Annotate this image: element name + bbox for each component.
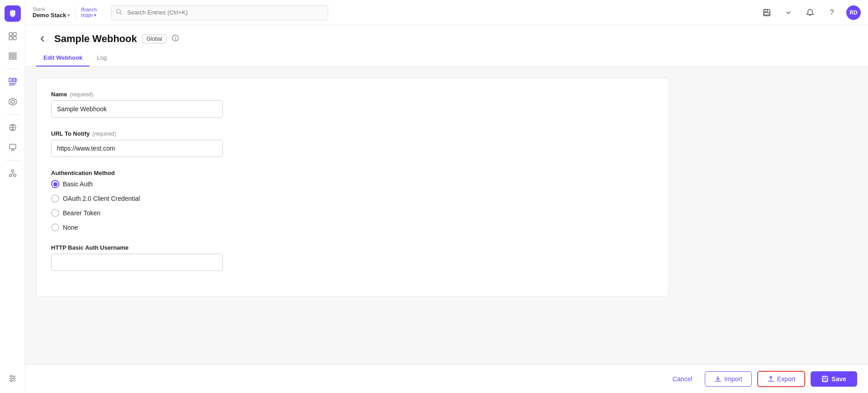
save-icon-btn[interactable] <box>760 5 774 20</box>
http-auth-username-label: HTTP Basic Auth Username <box>51 244 654 251</box>
svg-marker-15 <box>9 98 16 105</box>
svg-rect-46 <box>824 376 826 378</box>
page-header: Sample Webhook Global Edit Webhook Log <box>25 25 868 67</box>
name-required-text: (required) <box>70 91 93 98</box>
svg-rect-0 <box>9 33 12 36</box>
stack-branch-info: Stack Demo Stack ▾ <box>33 6 70 19</box>
sidebar-item-content-types[interactable] <box>4 47 22 65</box>
global-badge: Global <box>142 34 166 43</box>
http-auth-username-group: HTTP Basic Auth Username <box>51 244 654 271</box>
stack-label-row: Stack <box>33 6 70 12</box>
radio-none[interactable]: None <box>51 223 654 232</box>
tab-edit-webhook[interactable]: Edit Webhook <box>36 51 90 66</box>
radio-basic-auth[interactable]: Basic Auth <box>51 180 654 188</box>
form-card: Name (required) URL To Notify (required) <box>36 78 669 297</box>
sidebar-divider-3 <box>6 160 19 161</box>
sidebar-item-entries[interactable] <box>4 73 22 91</box>
svg-point-33 <box>13 378 15 379</box>
search-input[interactable] <box>111 5 328 20</box>
save-label: Save <box>831 375 846 383</box>
svg-point-32 <box>10 375 12 377</box>
app-logo[interactable] <box>5 5 21 22</box>
svg-rect-20 <box>9 144 16 149</box>
auth-label-text: Authentication Method <box>51 170 115 176</box>
radio-circle-none <box>51 223 59 232</box>
svg-rect-5 <box>9 56 16 57</box>
sidebar-item-releases[interactable] <box>4 118 22 137</box>
branch-name: main <box>81 12 93 19</box>
tab-log[interactable]: Log <box>90 51 114 66</box>
sidebar-item-settings[interactable] <box>4 369 22 388</box>
notification-icon[interactable] <box>803 5 817 20</box>
auth-label: Authentication Method <box>51 170 654 176</box>
branch-label-row: Branch <box>81 7 97 12</box>
svg-rect-4 <box>9 53 16 54</box>
svg-point-24 <box>9 175 11 177</box>
name-label: Name (required) <box>51 91 654 98</box>
svg-point-42 <box>175 36 175 37</box>
radio-label-bearer: Bearer Token <box>63 209 100 217</box>
dropdown-arrow-btn[interactable] <box>781 5 796 20</box>
info-icon[interactable] <box>172 34 179 43</box>
svg-rect-3 <box>13 37 16 40</box>
sidebar-item-webhooks[interactable] <box>4 138 22 156</box>
radio-bearer[interactable]: Bearer Token <box>51 209 654 217</box>
import-label: Import <box>724 375 742 383</box>
url-required-text: (required) <box>92 131 116 137</box>
svg-marker-16 <box>11 100 14 104</box>
url-input[interactable] <box>51 140 223 157</box>
radio-label-basic: Basic Auth <box>63 180 93 188</box>
url-form-group: URL To Notify (required) <box>51 130 654 157</box>
main-area: Stack Demo Stack ▾ Branch main ▾ <box>25 0 868 393</box>
import-button[interactable]: Import <box>705 371 752 387</box>
radio-label-oauth: OAuth 2.0 Client Credential <box>63 195 140 202</box>
branch-info: Branch main ▾ <box>81 7 97 19</box>
help-icon[interactable]: ? <box>825 5 839 20</box>
name-form-group: Name (required) <box>51 91 654 118</box>
cancel-button[interactable]: Cancel <box>665 372 700 386</box>
branch-chevron-icon: ▾ <box>94 13 96 18</box>
name-label-text: Name <box>51 91 67 98</box>
branch-name-row[interactable]: main ▾ <box>81 12 97 19</box>
radio-circle-bearer <box>51 209 59 217</box>
svg-rect-6 <box>9 58 16 59</box>
stack-chevron-icon: ▾ <box>67 13 70 18</box>
content-area: Sample Webhook Global Edit Webhook Log <box>25 25 868 393</box>
stack-name-row[interactable]: Demo Stack ▾ <box>33 12 70 19</box>
http-auth-username-input[interactable] <box>51 254 223 271</box>
sidebar-divider-2 <box>6 114 19 115</box>
url-label: URL To Notify (required) <box>51 130 654 137</box>
svg-line-28 <box>13 174 15 175</box>
search-icon <box>116 9 122 17</box>
svg-rect-2 <box>9 37 12 40</box>
sidebar-item-automation[interactable] <box>4 164 22 182</box>
name-input[interactable] <box>51 100 223 118</box>
page-tabs: Edit Webhook Log <box>36 51 857 66</box>
topbar-right: ? RD <box>760 5 861 20</box>
export-button[interactable]: Export <box>757 371 805 387</box>
topbar: Stack Demo Stack ▾ Branch main ▾ <box>25 0 868 25</box>
avatar[interactable]: RD <box>846 5 861 20</box>
bottom-bar: Cancel Import Export <box>25 364 868 393</box>
auth-form-group: Authentication Method Basic Auth OAuth 2… <box>51 170 654 232</box>
radio-circle-basic <box>51 180 59 188</box>
svg-line-27 <box>10 174 13 175</box>
svg-rect-39 <box>764 13 769 15</box>
back-button[interactable] <box>36 33 49 45</box>
sidebar-item-dashboard[interactable] <box>4 27 22 45</box>
svg-rect-1 <box>13 33 16 36</box>
stack-name: Demo Stack <box>33 12 66 19</box>
svg-line-36 <box>120 13 122 14</box>
radio-oauth[interactable]: OAuth 2.0 Client Credential <box>51 194 654 203</box>
svg-point-23 <box>11 170 14 172</box>
svg-point-25 <box>14 175 16 177</box>
auth-radio-group: Basic Auth OAuth 2.0 Client Credential B… <box>51 180 654 232</box>
sidebar-item-assets[interactable] <box>4 93 22 111</box>
radio-label-none: None <box>63 224 78 231</box>
sidebar-divider-1 <box>6 69 19 69</box>
save-button[interactable]: Save <box>811 371 857 387</box>
stack-label: Stack <box>33 6 45 12</box>
page-title: Sample Webhook <box>54 33 137 45</box>
search-bar <box>111 5 328 20</box>
export-label: Export <box>777 375 795 383</box>
